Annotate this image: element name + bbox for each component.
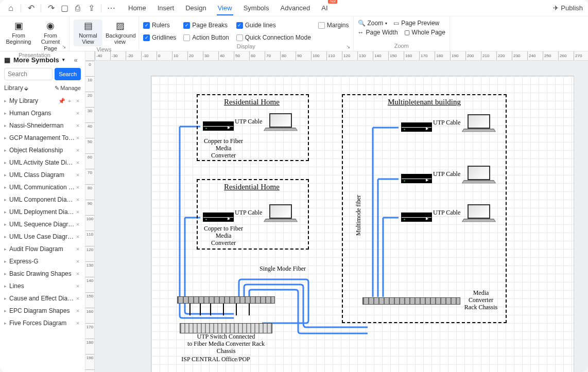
check-gridlines[interactable]: ✓Gridlines xyxy=(143,32,176,43)
media-converter-device-1[interactable] xyxy=(203,121,234,131)
x-icon[interactable]: × xyxy=(75,98,81,104)
canvas[interactable]: Residential Home UTP Cable Copper to Fib… xyxy=(95,61,588,372)
close-icon[interactable]: × xyxy=(75,258,81,264)
tab-view[interactable]: View xyxy=(217,1,233,15)
lib-item-7[interactable]: ▸UML Communication Diagr...× xyxy=(0,181,85,193)
close-icon[interactable]: × xyxy=(75,283,81,289)
check-page-breaks[interactable]: ✓Page Breaks xyxy=(183,20,229,31)
pin-icon[interactable]: ⬙ xyxy=(24,85,28,91)
check-guide-lines[interactable]: ✓Guide lines xyxy=(236,20,311,31)
lib-item-11[interactable]: ▸UML Use Case Diagram× xyxy=(0,231,85,243)
publish-button[interactable]: ✈ Publish xyxy=(553,4,583,12)
close-icon[interactable]: × xyxy=(75,246,81,252)
tab-home[interactable]: Home xyxy=(127,1,147,15)
close-icon[interactable]: × xyxy=(75,147,81,153)
fiber-rack-chassis[interactable] xyxy=(177,296,275,304)
close-icon[interactable]: × xyxy=(75,308,81,314)
plus-icon[interactable]: + xyxy=(66,98,73,104)
display-launcher-icon[interactable]: ↘ xyxy=(346,44,351,49)
ruler-v-tick: 90 xyxy=(85,200,94,216)
lib-item-10[interactable]: ▸UML Sequence Diagram× xyxy=(0,218,85,231)
utp-switch[interactable] xyxy=(180,323,272,333)
close-icon[interactable]: × xyxy=(75,184,81,190)
search-button[interactable]: Search xyxy=(55,68,81,80)
from-current-button[interactable]: ◉ From Current Page xyxy=(36,20,65,52)
print-icon[interactable]: ⎙ xyxy=(72,3,83,14)
ruler-h-tick: 100 xyxy=(311,51,327,60)
lib-item-3[interactable]: ▸GCP Management Tools× xyxy=(0,132,85,144)
media-converter-device-4[interactable] xyxy=(401,174,432,183)
close-icon[interactable]: × xyxy=(75,110,81,116)
chevron-right-icon: ▸ xyxy=(4,98,9,103)
media-converter-device-5[interactable] xyxy=(401,212,432,222)
lib-item-14[interactable]: ▸Basic Drawing Shapes× xyxy=(0,268,85,280)
export-icon[interactable]: ⇪ xyxy=(85,3,97,14)
check-action-button[interactable]: Action Button xyxy=(183,32,229,43)
tab-symbols[interactable]: Symbols xyxy=(243,1,270,15)
collapse-panel-icon[interactable]: « xyxy=(71,55,81,65)
laptop-3[interactable] xyxy=(463,114,495,134)
chevron-right-icon: ▸ xyxy=(4,246,9,252)
pin-icon[interactable]: 📌 xyxy=(58,98,64,104)
save-icon[interactable]: ▢ xyxy=(59,3,70,14)
search-input[interactable] xyxy=(4,68,53,80)
lib-item-17[interactable]: ▸EPC Diagram Shapes× xyxy=(0,305,85,317)
tab-insert[interactable]: Insert xyxy=(157,1,176,15)
lib-item-18[interactable]: ▸Five Forces Diagram× xyxy=(0,317,85,329)
check-margins[interactable]: Margins xyxy=(318,20,349,31)
lib-item-5[interactable]: ▸UML Activity State Diagram× xyxy=(0,156,85,169)
qat-more-icon[interactable]: ⋯ xyxy=(106,3,117,14)
close-icon[interactable]: × xyxy=(75,271,81,277)
manage-button[interactable]: ✎ Manage xyxy=(55,85,81,92)
lib-item-8[interactable]: ▸UML Component Diagram× xyxy=(0,193,85,206)
home-icon[interactable]: ⌂ xyxy=(5,3,16,14)
close-icon[interactable]: × xyxy=(75,295,81,302)
laptop-2[interactable] xyxy=(265,204,297,224)
laptop-1[interactable] xyxy=(265,113,297,133)
close-icon[interactable]: × xyxy=(75,160,81,166)
check-quick-connection-mode[interactable]: Quick Connection Mode xyxy=(236,32,311,43)
close-icon[interactable]: × xyxy=(75,209,81,215)
lib-item-4[interactable]: ▸Object Relationship× xyxy=(0,144,85,156)
check-rulers[interactable]: ✓Rulers xyxy=(143,20,176,31)
laptop-5[interactable] xyxy=(463,204,495,224)
close-icon[interactable]: × xyxy=(75,135,81,141)
normal-view-button[interactable]: ▤ Normal View xyxy=(74,20,102,46)
symbols-search: Search xyxy=(0,68,85,84)
lib-item-2[interactable]: ▸Nassi-Shneiderman× xyxy=(0,119,85,132)
media-converter-rack[interactable] xyxy=(362,297,460,305)
laptop-4[interactable] xyxy=(463,166,495,185)
close-icon[interactable]: × xyxy=(75,172,81,178)
close-icon[interactable]: × xyxy=(75,320,81,326)
undo-icon[interactable]: ↶ xyxy=(25,3,37,14)
chevron-right-icon: ▸ xyxy=(4,284,9,289)
lib-item-9[interactable]: ▸UML Deployment Diagram× xyxy=(0,206,85,218)
page[interactable]: Residential Home UTP Cable Copper to Fib… xyxy=(151,76,574,372)
close-icon[interactable]: × xyxy=(75,221,81,227)
page-preview-button[interactable]: ▭ Page Preview xyxy=(393,20,439,27)
lib-item-16[interactable]: ▸Cause and Effect Diagram× xyxy=(0,292,85,305)
page-width-button[interactable]: ↔ Page Width xyxy=(358,29,398,36)
ruler-h-tick: 180 xyxy=(435,51,451,60)
from-beginning-button[interactable]: ▣ From Beginning xyxy=(4,20,33,45)
tab-design[interactable]: Design xyxy=(184,1,207,15)
lib-item-0[interactable]: ▸My Library📌+× xyxy=(0,95,85,107)
media-converter-device-2[interactable] xyxy=(203,212,234,222)
lib-item-1[interactable]: ▸Human Organs× xyxy=(0,107,85,119)
presentation-launcher-icon[interactable]: ↘ xyxy=(62,44,67,49)
whole-page-button[interactable]: ▢ Whole Page xyxy=(404,29,445,36)
redo-icon[interactable]: ↷ xyxy=(45,3,57,14)
lib-item-15[interactable]: ▸Lines× xyxy=(0,280,85,292)
lib-item-13[interactable]: ▸Express-G× xyxy=(0,255,85,268)
zoom-button[interactable]: 🔍 Zoom ▾ xyxy=(358,20,388,27)
close-icon[interactable]: × xyxy=(75,197,81,203)
close-icon[interactable]: × xyxy=(75,234,81,240)
tab-advanced[interactable]: Advanced xyxy=(279,1,311,15)
close-icon[interactable]: × xyxy=(75,122,81,129)
tab-ai[interactable]: AIhot xyxy=(320,1,328,15)
background-view-button[interactable]: ▨ Background view xyxy=(106,20,134,45)
ribbon-group-display: ✓Rulers✓Page Breaks✓Guide linesMargins✓G… xyxy=(139,16,354,51)
media-converter-device-3[interactable] xyxy=(401,122,432,132)
lib-item-6[interactable]: ▸UML Class Diagram× xyxy=(0,169,85,181)
lib-item-12[interactable]: ▸Audit Flow Diagram× xyxy=(0,243,85,255)
